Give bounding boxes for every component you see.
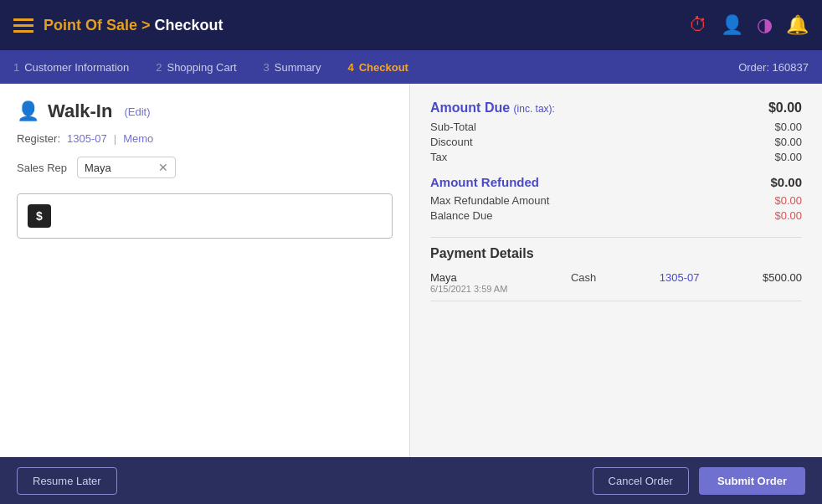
step-shopping-cart[interactable]: 2 Shopping Cart — [156, 61, 236, 74]
balance-due-label: Balance Due — [430, 209, 492, 222]
payment-row: Maya 6/15/2021 3:59 AM Cash 1305-07 $500… — [430, 271, 802, 301]
payment-register: 1305-07 — [660, 271, 700, 284]
user-icon[interactable]: 👤 — [721, 14, 743, 36]
max-refundable-label: Max Refundable Amount — [430, 194, 549, 207]
amount-due-row: Amount Due (inc. tax): $0.00 — [430, 100, 802, 116]
divider: | — [114, 132, 116, 145]
payment-details-title: Payment Details — [430, 246, 802, 261]
balance-due-value: $0.00 — [774, 209, 802, 222]
order-number: Order: 160837 — [738, 61, 809, 74]
step-1-num: 1 — [13, 61, 19, 74]
amount-due-value: $0.00 — [768, 100, 802, 116]
refund-rows: Max Refundable Amount $0.00 Balance Due … — [430, 194, 802, 222]
resume-later-button[interactable]: Resume Later — [17, 467, 117, 495]
main-content: 👤 Walk-In (Edit) Register: 1305-07 | Mem… — [0, 84, 822, 457]
register-label: Register: — [17, 132, 60, 145]
footer-right: Cancel Order Submit Order — [593, 467, 805, 495]
inc-tax-label: (inc. tax): — [514, 103, 555, 115]
step-2-label: Shopping Cart — [167, 61, 236, 74]
register-value[interactable]: 1305-07 — [67, 132, 107, 145]
separator: > — [137, 17, 155, 33]
step-3-label: Summary — [275, 61, 321, 74]
memo-link[interactable]: Memo — [123, 132, 153, 145]
nav-steps-list: 1 Customer Information 2 Shopping Cart 3… — [13, 61, 408, 74]
header-icons: ⏱ 👤 ◑ 🔔 — [689, 14, 809, 36]
step-3-num: 3 — [264, 61, 270, 74]
step-2-num: 2 — [156, 61, 162, 74]
clear-sales-rep-icon[interactable]: ✕ — [158, 161, 168, 174]
dollar-button[interactable]: $ — [28, 204, 51, 228]
customer-header: 👤 Walk-In (Edit) — [17, 100, 393, 122]
tax-row: Tax $0.00 — [430, 151, 802, 163]
left-panel: 👤 Walk-In (Edit) Register: 1305-07 | Mem… — [0, 84, 410, 457]
max-refundable-value: $0.00 — [774, 194, 802, 207]
hamburger-icon[interactable] — [13, 18, 33, 33]
subtotal-row: Sub-Total $0.00 — [430, 121, 802, 133]
step-checkout[interactable]: 4 Checkout — [347, 61, 408, 74]
right-panel: Amount Due (inc. tax): $0.00 Sub-Total $… — [410, 84, 822, 457]
sales-rep-label: Sales Rep — [17, 162, 67, 174]
amount-input[interactable] — [51, 206, 152, 226]
tax-value: $0.00 — [774, 151, 802, 163]
amount-refunded-value: $0.00 — [770, 175, 802, 189]
amount-due-label: Amount Due (inc. tax): — [430, 100, 555, 116]
app-title: Point Of Sale > Checkout — [44, 17, 223, 34]
clock-icon[interactable]: ⏱ — [689, 14, 707, 36]
page-name: Checkout — [155, 17, 223, 33]
header-left: Point Of Sale > Checkout — [13, 17, 223, 34]
payment-row-left: Maya 6/15/2021 3:59 AM — [430, 271, 507, 294]
subtotal-label: Sub-Total — [430, 121, 476, 133]
bell-icon[interactable]: 🔔 — [786, 14, 809, 36]
summary-rows: Sub-Total $0.00 Discount $0.00 Tax $0.00 — [430, 121, 802, 163]
sales-rep-value: Maya — [85, 162, 152, 174]
discount-row: Discount $0.00 — [430, 136, 802, 148]
max-refundable-row: Max Refundable Amount $0.00 — [430, 194, 802, 207]
amount-due-text: Amount Due — [430, 100, 510, 115]
discount-value: $0.00 — [774, 136, 802, 148]
register-line: Register: 1305-07 | Memo — [17, 132, 393, 145]
customer-avatar-icon: 👤 — [17, 100, 39, 122]
header: Point Of Sale > Checkout ⏱ 👤 ◑ 🔔 — [0, 0, 822, 50]
step-customer-information[interactable]: 1 Customer Information — [13, 61, 129, 74]
sales-rep-input-wrapper: Maya ✕ — [77, 157, 176, 178]
amount-refunded-label: Amount Refunded — [430, 175, 539, 189]
customer-name: Walk-In — [48, 100, 112, 122]
tax-label: Tax — [430, 151, 447, 163]
edit-link[interactable]: (Edit) — [124, 105, 150, 118]
cancel-order-button[interactable]: Cancel Order — [593, 467, 689, 495]
divider — [430, 237, 802, 238]
pie-chart-icon[interactable]: ◑ — [757, 14, 773, 36]
app-name: Point Of Sale — [44, 17, 137, 33]
subtotal-value: $0.00 — [774, 121, 802, 133]
sales-rep-row: Sales Rep Maya ✕ — [17, 157, 393, 178]
step-summary[interactable]: 3 Summary — [264, 61, 321, 74]
payment-method: Cash — [571, 271, 596, 284]
payment-amount: $500.00 — [763, 271, 802, 284]
payment-name: Maya — [430, 271, 507, 284]
step-1-label: Customer Information — [24, 61, 129, 74]
payment-date: 6/15/2021 3:59 AM — [430, 284, 507, 294]
amount-input-box: $ — [17, 193, 393, 239]
discount-label: Discount — [430, 136, 473, 148]
balance-due-row: Balance Due $0.00 — [430, 209, 802, 222]
footer: Resume Later Cancel Order Submit Order — [0, 457, 822, 504]
submit-order-button[interactable]: Submit Order — [699, 467, 805, 495]
step-4-label: Checkout — [359, 61, 408, 74]
amount-refunded-row: Amount Refunded $0.00 — [430, 175, 802, 189]
step-4-num: 4 — [347, 61, 353, 74]
nav-steps: 1 Customer Information 2 Shopping Cart 3… — [0, 50, 822, 84]
